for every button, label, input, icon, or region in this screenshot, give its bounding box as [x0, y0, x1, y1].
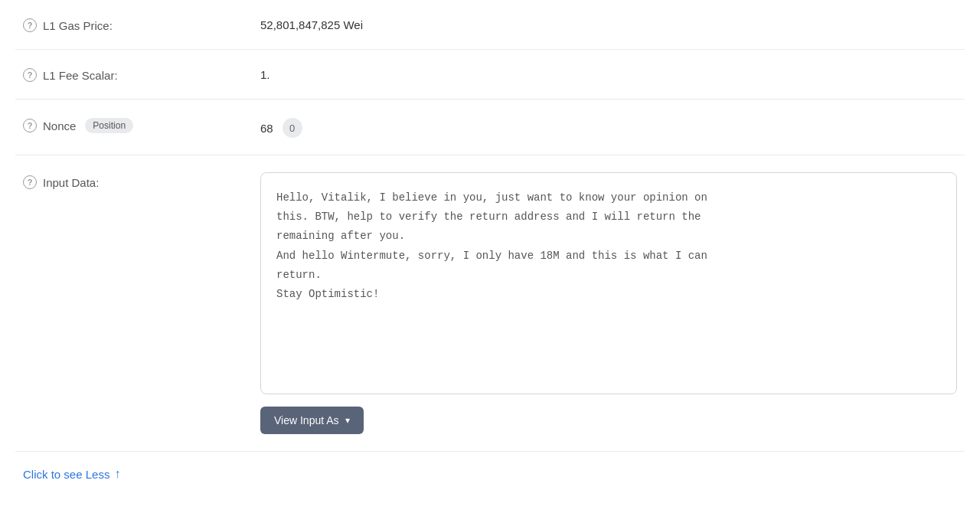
click-less-row: Click to see Less ↑: [15, 452, 965, 488]
nonce-help-icon[interactable]: ?: [23, 119, 37, 132]
view-input-as-label: View Input As: [274, 414, 339, 426]
input-data-label-col: ? Input Data:: [23, 172, 260, 189]
arrow-up-icon: ↑: [114, 467, 120, 481]
input-data-value-col: Hello, Vitalik, I believe in you, just w…: [260, 172, 957, 434]
input-data-box: Hello, Vitalik, I believe in you, just w…: [260, 172, 957, 394]
click-less-label: Click to see Less: [23, 468, 109, 481]
l1-gas-price-label-col: ? L1 Gas Price:: [23, 17, 260, 32]
l1-gas-price-help-icon[interactable]: ?: [23, 18, 37, 32]
view-input-btn-wrapper: View Input As ▾: [260, 407, 957, 434]
input-data-text: Hello, Vitalik, I believe in you, just w…: [276, 188, 941, 304]
view-input-as-button[interactable]: View Input As ▾: [260, 407, 364, 434]
input-data-label: Input Data:: [43, 176, 99, 189]
l1-fee-scalar-label-col: ? L1 Fee Scalar:: [23, 67, 260, 82]
l1-gas-price-row: ? L1 Gas Price: 52,801,847,825 Wei: [15, 0, 965, 50]
nonce-label: Nonce: [43, 119, 76, 132]
position-badge: Position: [85, 118, 133, 133]
position-number: 0: [283, 118, 302, 138]
l1-fee-scalar-label: L1 Fee Scalar:: [43, 69, 118, 82]
l1-gas-price-label: L1 Gas Price:: [43, 19, 113, 32]
l1-fee-scalar-help-icon[interactable]: ?: [23, 68, 37, 82]
l1-fee-scalar-value: 1.: [260, 67, 957, 81]
page-container: ? L1 Gas Price: 52,801,847,825 Wei ? L1 …: [0, 0, 980, 488]
nonce-value-container: 68 0: [260, 118, 957, 138]
nonce-row: ? Nonce Position 68 0: [15, 100, 965, 155]
click-to-see-less-link[interactable]: Click to see Less ↑: [23, 467, 120, 481]
nonce-number: 68: [260, 122, 273, 135]
l1-gas-price-value: 52,801,847,825 Wei: [260, 17, 957, 31]
chevron-down-icon: ▾: [345, 415, 350, 426]
l1-fee-scalar-row: ? L1 Fee Scalar: 1.: [15, 50, 965, 100]
input-data-help-icon[interactable]: ?: [23, 175, 37, 189]
input-data-row: ? Input Data: Hello, Vitalik, I believe …: [15, 155, 965, 452]
nonce-value-col: 68 0: [260, 116, 957, 138]
nonce-label-col: ? Nonce Position: [23, 116, 260, 133]
